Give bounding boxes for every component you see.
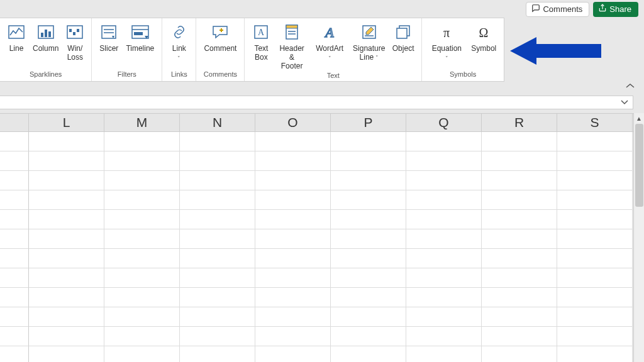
cell[interactable] [482, 288, 557, 307]
cell[interactable] [406, 132, 482, 151]
column-header[interactable]: R [482, 114, 557, 131]
cell[interactable] [331, 307, 406, 327]
cell[interactable] [104, 229, 180, 249]
cell[interactable] [331, 151, 406, 171]
cell[interactable] [180, 288, 255, 307]
vertical-scrollbar[interactable]: ▲ [633, 113, 644, 362]
object-button[interactable]: Object [389, 22, 418, 53]
cell[interactable] [104, 132, 180, 151]
cell[interactable] [180, 190, 255, 210]
winloss-button[interactable]: Win/Loss [62, 22, 87, 62]
cell[interactable] [557, 151, 633, 171]
cell[interactable] [482, 268, 557, 288]
cell[interactable] [557, 268, 633, 288]
cell[interactable] [104, 307, 180, 327]
cell[interactable] [29, 288, 104, 307]
cell[interactable] [29, 327, 104, 346]
cell[interactable] [406, 327, 482, 346]
cell[interactable] [406, 249, 482, 268]
share-button[interactable]: Share [593, 2, 638, 17]
cell[interactable] [406, 307, 482, 327]
cell[interactable] [482, 229, 557, 249]
cell[interactable] [255, 288, 331, 307]
cell[interactable] [482, 307, 557, 327]
cell[interactable] [104, 327, 180, 346]
cell[interactable] [29, 190, 104, 210]
cell[interactable] [180, 268, 255, 288]
cell[interactable] [557, 288, 633, 307]
cell[interactable] [104, 268, 180, 288]
cell[interactable] [180, 307, 255, 327]
cell[interactable] [29, 151, 104, 171]
cell[interactable] [557, 171, 633, 190]
cell[interactable] [482, 346, 557, 362]
cell[interactable] [180, 327, 255, 346]
cell[interactable] [104, 151, 180, 171]
column-button[interactable]: Column [29, 22, 62, 53]
cell[interactable] [331, 346, 406, 362]
cell[interactable] [180, 171, 255, 190]
column-header[interactable]: M [104, 114, 180, 131]
cell[interactable] [482, 327, 557, 346]
column-header[interactable]: S [557, 114, 633, 131]
cell[interactable] [255, 229, 331, 249]
cell[interactable] [482, 171, 557, 190]
cell[interactable] [104, 171, 180, 190]
cell[interactable] [29, 268, 104, 288]
link-button[interactable]: Link ˅ [166, 22, 192, 63]
column-header[interactable]: L [29, 114, 104, 131]
cell[interactable] [557, 346, 633, 362]
cell[interactable] [180, 151, 255, 171]
wordart-button[interactable]: AWordArt ˅ [310, 22, 350, 63]
cell[interactable] [255, 171, 331, 190]
ribbon-collapse-chevron-icon[interactable] [625, 82, 635, 92]
cell[interactable] [331, 268, 406, 288]
cell[interactable] [331, 249, 406, 268]
cell[interactable] [104, 190, 180, 210]
cell[interactable] [180, 132, 255, 151]
cell[interactable] [331, 288, 406, 307]
formula-bar-expand-chevron-icon[interactable] [620, 98, 629, 107]
cell[interactable] [255, 249, 331, 268]
cell[interactable] [255, 307, 331, 327]
cell[interactable] [406, 268, 482, 288]
column-header[interactable]: P [331, 114, 406, 131]
formula-bar[interactable] [0, 96, 633, 109]
cell[interactable] [406, 229, 482, 249]
cell[interactable] [29, 171, 104, 190]
scroll-thumb[interactable] [635, 124, 643, 207]
cell[interactable] [29, 249, 104, 268]
cell[interactable] [406, 210, 482, 229]
cell[interactable] [331, 210, 406, 229]
cell[interactable] [557, 132, 633, 151]
cell[interactable] [331, 171, 406, 190]
timeline-button[interactable]: Timeline [122, 22, 158, 53]
equation-button[interactable]: πEquation ˅ [426, 22, 467, 63]
cell[interactable] [29, 210, 104, 229]
cell[interactable] [482, 249, 557, 268]
cell[interactable] [406, 346, 482, 362]
scroll-up-arrow-icon[interactable]: ▲ [634, 113, 644, 124]
cell[interactable] [180, 229, 255, 249]
cell[interactable] [255, 151, 331, 171]
cell[interactable] [482, 151, 557, 171]
textbox-button[interactable]: ATextBox [248, 22, 274, 62]
cell[interactable] [406, 151, 482, 171]
cell[interactable] [557, 229, 633, 249]
cell[interactable] [180, 346, 255, 362]
column-header[interactable]: O [255, 114, 331, 131]
cell[interactable] [557, 249, 633, 268]
cell[interactable] [29, 346, 104, 362]
cell[interactable] [331, 132, 406, 151]
sigline-button[interactable]: SignatureLine ˅ [349, 22, 389, 62]
cell[interactable] [104, 346, 180, 362]
comment-button[interactable]: Comment [200, 22, 240, 53]
cell[interactable] [29, 229, 104, 249]
cell[interactable] [482, 132, 557, 151]
column-header[interactable]: N [180, 114, 255, 131]
cell[interactable] [406, 190, 482, 210]
column-header[interactable]: Q [406, 114, 482, 131]
cell[interactable] [104, 210, 180, 229]
slicer-button[interactable]: Slicer [96, 22, 122, 53]
headerfooter-button[interactable]: Header& Footer [274, 22, 309, 70]
